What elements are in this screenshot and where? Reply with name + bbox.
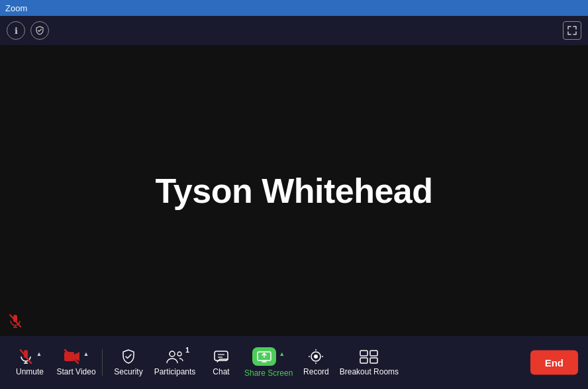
fullscreen-icon [567, 25, 577, 36]
security-shield-icon [121, 349, 136, 364]
share-screen-label: Share Screen [244, 368, 293, 378]
svg-rect-27 [370, 358, 377, 363]
end-button[interactable]: End [530, 351, 578, 375]
record-icon [307, 349, 324, 364]
participants-label: Participants [154, 367, 196, 376]
chat-icon [213, 349, 229, 364]
breakout-rooms-icon [360, 349, 378, 364]
video-off-icon [64, 349, 81, 364]
record-button[interactable]: Record [293, 336, 339, 389]
participants-count: 1 [185, 346, 189, 354]
separator-1 [102, 349, 103, 376]
shield-button[interactable] [30, 21, 49, 40]
svg-rect-25 [370, 351, 377, 356]
info-icon: ℹ [15, 26, 18, 36]
share-screen-icon [257, 350, 271, 363]
info-button[interactable]: ℹ [7, 21, 25, 40]
share-screen-button[interactable]: ▲ Share Screen [244, 336, 293, 389]
security-label: Security [114, 367, 142, 376]
muted-indicator [7, 312, 24, 329]
start-video-label: Start Video [56, 367, 95, 376]
mic-muted-icon [18, 349, 34, 364]
top-controls-bar: ℹ [0, 16, 588, 45]
participant-name: Tyson Whitehead [155, 171, 432, 211]
fullscreen-button[interactable] [563, 21, 581, 40]
muted-mic-icon [8, 313, 23, 328]
breakout-rooms-label: Breakout Rooms [340, 367, 399, 376]
svg-point-19 [314, 355, 318, 359]
start-video-button[interactable]: ▲ Start Video [53, 336, 99, 389]
chat-label: Chat [213, 367, 229, 376]
video-chevron[interactable]: ▲ [83, 351, 89, 357]
share-screen-chevron[interactable]: ▲ [279, 351, 285, 357]
record-label: Record [303, 367, 329, 376]
svg-rect-24 [360, 351, 368, 356]
participants-icon [166, 349, 184, 364]
unmute-button[interactable]: ▲ Unmute [7, 336, 53, 389]
unmute-chevron[interactable]: ▲ [36, 351, 42, 357]
svg-point-10 [170, 351, 175, 357]
main-video-area: Tyson Whitehead [0, 45, 588, 336]
chat-button[interactable]: Chat [198, 336, 244, 389]
security-button[interactable]: Security [105, 336, 152, 389]
participants-button[interactable]: 1 Participants [152, 336, 198, 389]
shield-icon [35, 26, 44, 35]
title-bar: Zoom [0, 0, 588, 16]
svg-rect-26 [360, 358, 368, 363]
breakout-rooms-button[interactable]: Breakout Rooms [339, 336, 399, 389]
unmute-label: Unmute [16, 367, 44, 376]
app-title: Zoom [5, 3, 27, 13]
svg-point-11 [177, 352, 181, 356]
toolbar: ▲ Unmute ▲ Start Video Security [0, 336, 588, 389]
